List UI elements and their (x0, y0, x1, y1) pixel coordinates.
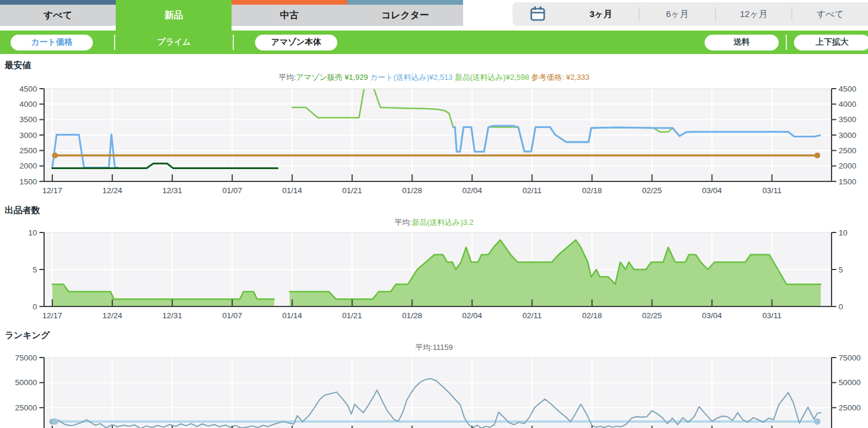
ranking-section: ランキング 平均:11159 0025000250005000050000750… (0, 324, 868, 428)
svg-text:25000: 25000 (15, 403, 37, 412)
svg-text:0: 0 (32, 302, 37, 311)
legend-part: 新品(送料込み)3.2 (412, 218, 474, 227)
legend-part: カート(送料込み)¥2,513 (370, 73, 455, 82)
shipping-button[interactable]: 送料 (705, 35, 779, 50)
legend-part: 平均: (394, 218, 412, 227)
range-option-12m[interactable]: 12ヶ月 (716, 9, 792, 20)
range-option-3m[interactable]: 3ヶ月 (563, 9, 639, 20)
svg-text:01/21: 01/21 (342, 186, 362, 195)
svg-text:10: 10 (839, 228, 847, 237)
svg-text:3000: 3000 (839, 131, 856, 140)
toolbar-divider (114, 35, 115, 50)
tab-all[interactable]: すべて (0, 0, 116, 26)
svg-text:1500: 1500 (19, 177, 37, 186)
legend-part: 参考価格: ¥2,333 (531, 73, 589, 82)
svg-text:2000: 2000 (839, 161, 856, 170)
svg-text:25000: 25000 (839, 403, 861, 412)
sellers-chart[interactable]: 0055101012/1712/2412/3101/0701/1401/2101… (0, 228, 868, 324)
svg-text:5: 5 (32, 265, 37, 274)
svg-text:03/11: 03/11 (762, 311, 782, 320)
range-option-6m[interactable]: 6ヶ月 (639, 9, 715, 20)
svg-text:02/18: 02/18 (582, 186, 602, 195)
svg-text:5: 5 (839, 265, 843, 274)
legend-part: アマゾン販売 ¥1,929 (296, 73, 370, 82)
svg-text:12/31: 12/31 (162, 311, 182, 320)
calendar-icon (512, 5, 563, 23)
svg-text:02/18: 02/18 (582, 311, 602, 320)
svg-text:50000: 50000 (839, 378, 861, 387)
svg-text:03/11: 03/11 (762, 186, 782, 195)
tab-collector-label: コレクター (347, 5, 463, 26)
svg-text:4500: 4500 (839, 85, 856, 93)
cart-price-button[interactable]: カート価格 (11, 35, 93, 50)
svg-text:12/17: 12/17 (42, 186, 62, 195)
svg-text:01/14: 01/14 (282, 311, 302, 320)
svg-text:01/07: 01/07 (222, 311, 242, 320)
svg-text:12/24: 12/24 (102, 186, 122, 195)
date-range-selector: 3ヶ月 6ヶ月 12ヶ月 すべて (512, 2, 868, 26)
tab-used-strip (232, 0, 347, 5)
svg-text:2500: 2500 (839, 146, 856, 155)
svg-text:3500: 3500 (19, 115, 37, 124)
svg-text:02/11: 02/11 (522, 186, 542, 195)
tab-collector-strip (347, 0, 463, 5)
svg-text:4500: 4500 (19, 85, 37, 93)
svg-text:4000: 4000 (839, 100, 856, 109)
svg-text:02/04: 02/04 (462, 186, 482, 195)
svg-text:2000: 2000 (19, 161, 37, 170)
legend-part: 平均:11159 (415, 343, 453, 352)
svg-text:3000: 3000 (19, 131, 37, 140)
svg-text:02/04: 02/04 (462, 311, 482, 320)
svg-text:3500: 3500 (839, 115, 856, 124)
chart-title-lowest-price: 最安値 (0, 60, 868, 71)
svg-text:10: 10 (28, 228, 37, 237)
svg-text:01/28: 01/28 (402, 186, 422, 195)
svg-text:02/25: 02/25 (642, 186, 662, 195)
svg-text:03/04: 03/04 (702, 311, 722, 320)
legend-part: 平均: (279, 73, 296, 82)
svg-text:12/17: 12/17 (42, 311, 62, 320)
svg-text:12/31: 12/31 (162, 186, 182, 195)
ranking-chart[interactable]: 0025000250005000050000750007500012/1712/… (0, 353, 868, 428)
chart-title-seller-count: 出品者数 (0, 205, 868, 216)
lowest-price-section: 最安値 平均:アマゾン販売 ¥1,929 カート(送料込み)¥2,513 新品(… (0, 54, 868, 199)
svg-text:03/04: 03/04 (702, 186, 722, 195)
chart-average-legend: 平均:新品(送料込み)3.2 (0, 217, 868, 228)
condition-tabs: すべて 新品 中古 コレクター 3ヶ月 6ヶ月 12ヶ月 すべて (0, 0, 868, 31)
chart-title-ranking: ランキング (0, 330, 868, 341)
amazon-body-button[interactable]: アマゾン本体 (255, 35, 337, 50)
range-option-all[interactable]: すべて (792, 9, 868, 20)
chart-average-legend: 平均:11159 (0, 342, 868, 353)
tab-used[interactable]: 中古 (232, 0, 347, 26)
svg-text:01/28: 01/28 (402, 311, 422, 320)
tab-collector[interactable]: コレクター (347, 0, 463, 26)
svg-text:02/11: 02/11 (522, 311, 542, 320)
svg-text:4000: 4000 (19, 100, 37, 109)
expand-button[interactable]: 上下拡大 (794, 35, 868, 50)
svg-text:1500: 1500 (839, 177, 856, 186)
svg-text:01/14: 01/14 (282, 186, 302, 195)
svg-text:2500: 2500 (19, 146, 37, 155)
tab-used-label: 中古 (232, 5, 347, 26)
toolbar-divider (786, 35, 787, 50)
price-chart[interactable]: 1500150020002000250025003000300035003500… (0, 83, 868, 199)
chart-options-toolbar: カート価格 プライム アマゾン本体 送料 上下拡大 (0, 31, 868, 54)
tab-all-strip (0, 0, 116, 5)
legend-part: 新品(送料込み)¥2,598 (455, 73, 531, 82)
svg-text:0: 0 (839, 302, 843, 311)
tab-new[interactable]: 新品 (116, 0, 232, 31)
svg-text:50000: 50000 (15, 378, 37, 387)
svg-text:02/25: 02/25 (642, 311, 662, 320)
chart-average-legend: 平均:アマゾン販売 ¥1,929 カート(送料込み)¥2,513 新品(送料込み… (0, 72, 868, 83)
seller-count-section: 出品者数 平均:新品(送料込み)3.2 0055101012/1712/2412… (0, 199, 868, 324)
toolbar-divider (233, 35, 234, 50)
svg-text:12/24: 12/24 (102, 311, 122, 320)
svg-text:75000: 75000 (15, 353, 37, 362)
tab-new-label: 新品 (116, 0, 232, 31)
svg-text:75000: 75000 (839, 353, 861, 362)
svg-text:01/21: 01/21 (342, 311, 362, 320)
tab-all-label: すべて (0, 5, 116, 26)
prime-toggle[interactable]: プライム (115, 37, 233, 48)
svg-text:01/07: 01/07 (222, 186, 242, 195)
